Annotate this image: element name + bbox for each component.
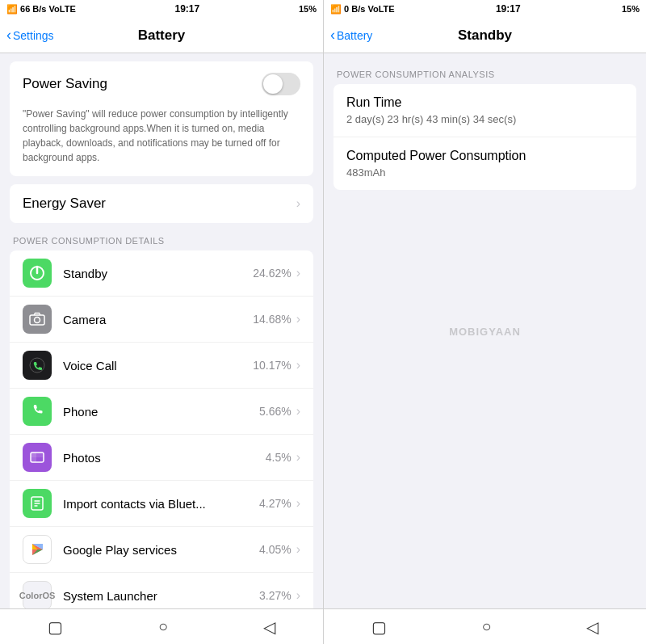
right-bottom-bar: ▢ ○ ◁ [324, 608, 646, 644]
standby-label: Standby [63, 267, 253, 280]
right-status-left: 📶 0 B/s VoLTE [330, 4, 395, 15]
phone-chevron-icon: › [296, 404, 300, 419]
standby-icon [23, 259, 52, 288]
voicecall-icon [23, 351, 52, 380]
power-saving-row: Power Saving [10, 61, 313, 107]
right-status-time: 19:17 [496, 3, 521, 15]
launcher-pct: 3.27% [259, 589, 292, 602]
right-nav-bar: ‹ Battery Standby [324, 18, 646, 53]
left-back-arrow-icon: ‹ [6, 27, 11, 44]
energy-saver-row[interactable]: Energy Saver › [10, 184, 313, 223]
analysis-power: Computed Power Consumption 483mAh [333, 137, 636, 190]
right-home-circle-btn[interactable]: ○ [481, 617, 491, 636]
list-item[interactable]: Photos 4.5% › [10, 435, 313, 481]
standby-chevron-icon: › [296, 266, 300, 280]
camera-icon [23, 305, 52, 334]
left-nav-bar: ‹ Settings Battery [0, 18, 323, 53]
left-content: Power Saving "Power Saving" will reduce … [0, 53, 323, 608]
left-home-circle-btn[interactable]: ○ [158, 617, 168, 636]
power-saving-toggle[interactable] [262, 73, 300, 95]
runtime-value: 2 day(s) 23 hr(s) 43 min(s) 34 sec(s) [346, 113, 623, 125]
power-saving-card: Power Saving "Power Saving" will reduce … [10, 61, 313, 176]
voicecall-label: Voice Call [63, 359, 253, 373]
power-consumption-header: POWER CONSUMPTION DETAILS [0, 231, 323, 250]
gplay-pct: 4.05% [259, 543, 292, 556]
import-icon [23, 489, 52, 518]
svg-point-3 [35, 318, 40, 323]
right-back-btn[interactable]: ◁ [586, 617, 598, 637]
phone-label: Phone [63, 405, 259, 419]
left-nav-back[interactable]: ‹ Settings [6, 27, 54, 44]
voicecall-pct: 10.17% [253, 359, 291, 372]
analysis-runtime: Run Time 2 day(s) 23 hr(s) 43 min(s) 34 … [333, 84, 636, 137]
camera-label: Camera [63, 313, 253, 326]
voicecall-chevron-icon: › [296, 358, 300, 373]
power-list-card: Standby 24.62% › Camera 14.68% › Voice C… [10, 250, 313, 608]
photos-chevron-icon: › [296, 450, 300, 465]
power-saving-label: Power Saving [23, 76, 107, 92]
import-pct: 4.27% [259, 497, 292, 510]
list-item[interactable]: Phone 5.66% › [10, 389, 313, 435]
watermark: MOBIGYAAN [449, 325, 521, 337]
right-back-label: Battery [337, 29, 372, 42]
left-status-bar: 📶 66 B/s VoLTE 19:17 15% [0, 0, 323, 18]
svg-rect-8 [31, 452, 44, 457]
right-panel: 📶 0 B/s VoLTE 19:17 15% ‹ Battery Standb… [323, 0, 646, 644]
runtime-title: Run Time [346, 95, 623, 110]
list-item[interactable]: Voice Call 10.17% › [10, 343, 313, 389]
photos-icon [23, 443, 52, 472]
import-label: Import contacts via Bluet... [63, 497, 259, 511]
gplay-icon [23, 535, 52, 564]
right-status-right: 15% [622, 4, 640, 14]
right-home-square-btn[interactable]: ▢ [371, 617, 387, 637]
list-item[interactable]: ColorOS System Launcher 3.27% › [10, 573, 313, 608]
power-saving-description: "Power Saving" will reduce power consump… [10, 107, 313, 176]
left-status-left: 📶 66 B/s VoLTE [6, 4, 76, 15]
left-back-btn[interactable]: ◁ [263, 617, 275, 637]
list-item[interactable]: Camera 14.68% › [10, 297, 313, 343]
list-item[interactable]: Import contacts via Bluet... 4.27% › [10, 481, 313, 527]
standby-pct: 24.62% [253, 267, 291, 280]
left-status-time: 19:17 [175, 3, 200, 15]
gplay-chevron-icon: › [296, 542, 300, 557]
toggle-knob [263, 74, 283, 94]
camera-chevron-icon: › [296, 312, 300, 326]
right-back-arrow-icon: ‹ [330, 27, 335, 44]
right-nav-back[interactable]: ‹ Battery [330, 27, 372, 44]
energy-saver-label: Energy Saver [23, 196, 106, 212]
power-title: Computed Power Consumption [346, 149, 623, 163]
right-status-bar: 📶 0 B/s VoLTE 19:17 15% [324, 0, 646, 18]
import-chevron-icon: › [296, 496, 300, 511]
left-nav-title: Battery [138, 27, 186, 44]
launcher-label: System Launcher [63, 589, 259, 603]
photos-label: Photos [63, 451, 266, 465]
launcher-chevron-icon: › [296, 588, 300, 603]
launcher-icon-text: ColorOS [19, 591, 56, 600]
analysis-card: Run Time 2 day(s) 23 hr(s) 43 min(s) 34 … [333, 84, 636, 190]
right-nav-title: Standby [458, 27, 512, 44]
phone-icon [23, 397, 52, 426]
left-home-square-btn[interactable]: ▢ [48, 617, 63, 637]
analysis-header: POWER CONSUMPTION ANALYSIS [324, 61, 646, 84]
left-panel: 📶 66 B/s VoLTE 19:17 15% ‹ Settings Batt… [0, 0, 323, 644]
left-back-label: Settings [13, 29, 54, 42]
right-content: POWER CONSUMPTION ANALYSIS Run Time 2 da… [324, 53, 646, 608]
camera-pct: 14.68% [253, 313, 291, 326]
power-value: 483mAh [346, 166, 623, 179]
left-status-right: 15% [299, 4, 317, 14]
photos-pct: 4.5% [266, 451, 292, 464]
energy-saver-chevron-icon: › [296, 196, 300, 211]
gplay-label: Google Play services [63, 543, 259, 557]
list-item[interactable]: Standby 24.62% › [10, 250, 313, 297]
list-item[interactable]: Google Play services 4.05% › [10, 527, 313, 573]
phone-pct: 5.66% [259, 405, 292, 418]
left-bottom-bar: ▢ ○ ◁ [0, 608, 323, 644]
launcher-icon: ColorOS [23, 581, 52, 608]
